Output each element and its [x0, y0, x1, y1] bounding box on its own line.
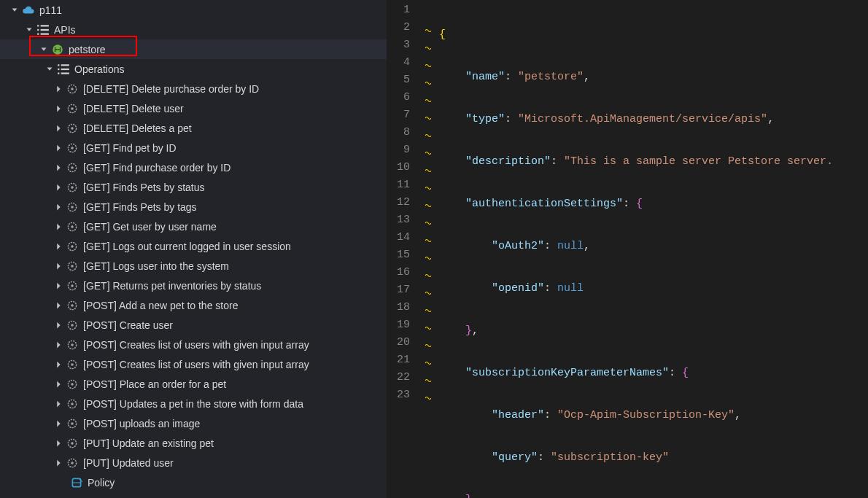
- tree-api-petstore[interactable]: petstore: [0, 39, 387, 59]
- svg-point-53: [71, 442, 74, 445]
- line-number: 23: [387, 386, 410, 404]
- operation-icon: [66, 279, 79, 292]
- svg-point-35: [71, 265, 74, 268]
- line-number: 14: [387, 229, 410, 246]
- svg-rect-5: [41, 33, 49, 34]
- tree-operation-item[interactable]: [GET] Logs user into the system: [0, 256, 387, 276]
- chevron-right-icon: [53, 319, 64, 331]
- svg-rect-1: [41, 25, 49, 26]
- tree-operation-item[interactable]: [DELETE] Delete user: [0, 98, 387, 118]
- svg-point-21: [71, 127, 74, 130]
- json-editor[interactable]: 1234567891011121314151617181920212223 { …: [387, 0, 868, 498]
- svg-point-19: [71, 107, 74, 110]
- tree-apis[interactable]: APIs: [0, 20, 387, 39]
- warning-squiggle-icon: [423, 211, 433, 229]
- operation-icon: [66, 299, 79, 312]
- operations-list: [DELETE] Delete purchase order by ID[DEL…: [0, 79, 387, 472]
- warning-squiggle-icon: [423, 36, 433, 54]
- tree-operation-item[interactable]: [GET] Returns pet inventories by status: [0, 276, 387, 295]
- svg-rect-2: [37, 28, 39, 30]
- tree-operation-item[interactable]: [GET] Find purchase order by ID: [0, 157, 387, 177]
- svg-point-51: [71, 422, 74, 425]
- svg-point-7: [56, 49, 58, 50]
- svg-rect-13: [61, 68, 69, 69]
- tree-operation-item[interactable]: [DELETE] Deletes a pet: [0, 118, 387, 138]
- chevron-right-icon: [53, 457, 64, 469]
- json-header: Ocp-Apim-Subscription-Key: [564, 409, 728, 421]
- code-content[interactable]: { "name": "petstore", "type": "Microsoft…: [433, 0, 868, 498]
- tree-operation-item[interactable]: [POST] Creates list of users with given …: [0, 335, 387, 354]
- operation-label: [GET] Returns pet inventories by status: [83, 280, 261, 292]
- svg-rect-11: [61, 64, 69, 66]
- svg-point-9: [58, 49, 60, 50]
- tree-policy[interactable]: Policy: [0, 472, 387, 492]
- tree-operation-item[interactable]: [POST] Create user: [0, 315, 387, 335]
- tree-operation-item[interactable]: [DELETE] Delete purchase order by ID: [0, 79, 387, 98]
- apis-label: APIs: [54, 24, 76, 36]
- chevron-right-icon: [53, 280, 64, 292]
- tree-operation-item[interactable]: [GET] Find pet by ID: [0, 138, 387, 157]
- tree-operation-item[interactable]: [POST] Place an order for a pet: [0, 374, 387, 394]
- line-number: 9: [387, 141, 410, 159]
- tree-operation-item[interactable]: [GET] Get user by user name: [0, 217, 387, 236]
- tree-operation-item[interactable]: [POST] Add a new pet to the store: [0, 295, 387, 315]
- chevron-right-icon: [53, 221, 64, 233]
- operation-label: [GET] Finds Pets by status: [83, 182, 205, 193]
- tree-operation-item[interactable]: [GET] Logs out current logged in user se…: [0, 236, 387, 256]
- warning-squiggle-icon: [423, 281, 433, 299]
- operation-icon: [66, 181, 79, 194]
- tree-operation-item[interactable]: [POST] uploads an image: [0, 413, 387, 433]
- line-number: 12: [387, 194, 410, 211]
- warning-squiggle-icon: [423, 141, 433, 159]
- warning-squiggle-icon: [423, 54, 433, 71]
- operation-label: [DELETE] Delete user: [83, 103, 184, 114]
- tree-operation-item[interactable]: [PUT] Update an existing pet: [0, 433, 387, 453]
- chevron-right-icon: [53, 241, 64, 252]
- warning-squiggle-icon: [423, 106, 433, 124]
- warning-squiggle-icon: [423, 264, 433, 281]
- line-number: 18: [387, 299, 410, 316]
- operation-label: [POST] Create user: [83, 319, 173, 331]
- warning-squiggle-icon: [423, 71, 433, 89]
- policy-icon: [70, 476, 83, 489]
- svg-rect-0: [37, 25, 39, 26]
- operation-label: [POST] Creates list of users with given …: [83, 339, 309, 351]
- tree-operations[interactable]: Operations: [0, 59, 387, 79]
- chevron-right-icon: [53, 142, 64, 154]
- tree-operation-item[interactable]: [POST] Updates a pet in the store with f…: [0, 394, 387, 413]
- tree-operation-item[interactable]: [PUT] Updated user: [0, 453, 387, 472]
- operation-label: [POST] Add a new pet to the store: [83, 300, 238, 311]
- operation-icon: [66, 220, 79, 233]
- operation-icon: [66, 338, 79, 351]
- tree-operation-item[interactable]: [GET] Finds Pets by status: [0, 177, 387, 197]
- svg-point-37: [71, 284, 74, 287]
- svg-point-39: [71, 304, 74, 307]
- svg-point-49: [71, 402, 74, 405]
- chevron-down-icon: [38, 44, 50, 55]
- line-number: 5: [387, 71, 410, 89]
- warning-squiggle-icon: [423, 229, 433, 246]
- line-number: 11: [387, 176, 410, 194]
- operation-label: [POST] Place an order for a pet: [83, 378, 226, 390]
- warning-squiggle-icon: [423, 299, 433, 316]
- line-number: 19: [387, 316, 410, 334]
- operation-label: [GET] Find purchase order by ID: [83, 162, 230, 174]
- svg-point-31: [71, 225, 74, 228]
- warning-squiggle-icon: [423, 124, 433, 141]
- chevron-right-icon: [53, 103, 64, 114]
- list-icon: [57, 63, 70, 76]
- line-number-gutter: 1234567891011121314151617181920212223: [387, 0, 423, 498]
- svg-rect-14: [58, 72, 59, 74]
- tree-operation-item[interactable]: [POST] Creates list of users with given …: [0, 354, 387, 374]
- chevron-right-icon: [53, 398, 64, 410]
- svg-point-41: [71, 324, 74, 327]
- operation-icon: [66, 122, 79, 135]
- svg-point-8: [57, 49, 58, 50]
- warning-squiggle-icon: [423, 351, 433, 369]
- json-name: petstore: [524, 71, 577, 83]
- explorer-sidebar[interactable]: p111 APIs petstore Operations [DELETE] D…: [0, 0, 387, 498]
- tree-service-root[interactable]: p111: [0, 0, 387, 20]
- operation-icon: [66, 240, 79, 253]
- tree-operation-item[interactable]: [GET] Finds Pets by tags: [0, 197, 387, 217]
- svg-rect-4: [37, 33, 39, 34]
